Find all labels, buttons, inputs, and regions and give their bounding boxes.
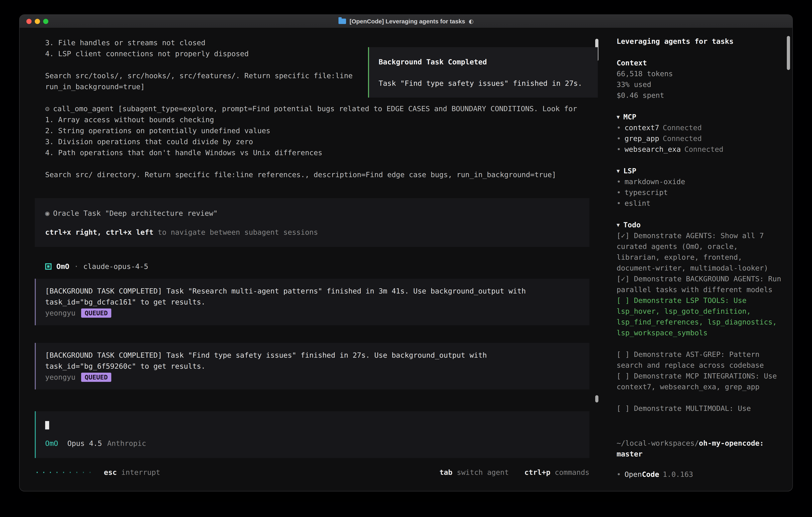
terminal-line: 3. Division operations that could divide… (45, 136, 589, 147)
bullet-icon: • (617, 134, 621, 142)
tab-key-hint: tab (439, 468, 452, 477)
window-title: [OpenCode] Leveraging agents for tasks◐ (339, 18, 474, 25)
sidebar: Leveraging agents for tasks Context 66,5… (609, 28, 792, 491)
message-author: yeongyu (45, 307, 76, 319)
commands-key-hint: ctrl+p (524, 468, 550, 477)
terminal-line: 1. Array access without bounds checking (45, 114, 589, 125)
tool-call-text: call_omo_agent [subagent_type=explore, p… (53, 105, 577, 113)
mcp-item: •websearch_exaConnected (617, 144, 783, 155)
mcp-status: Connected (684, 145, 723, 153)
prompt-input[interactable]: OmO Opus 4.5 Anthropic (35, 411, 589, 458)
mcp-list: •context7Connected•grep_appConnected•web… (617, 123, 783, 155)
chevron-down-icon: ▼ (617, 219, 620, 230)
active-agent[interactable]: OmO (45, 439, 58, 447)
lsp-name: eslint (625, 199, 650, 207)
chat-panel: 3. File handles or streams not closed4. … (20, 28, 609, 491)
context-tokens: 66,518 tokens (617, 69, 783, 79)
timer-icon: ◐ (469, 18, 473, 25)
app-version-line: •OpenCode1.0.163 (617, 469, 783, 480)
esc-key-label: interrupt (121, 468, 160, 477)
terminal-line: Search src/ directory. Return specific f… (45, 169, 589, 180)
terminal-line: 2. String operations on potentially unde… (45, 125, 589, 136)
mcp-name: grep_app (625, 134, 659, 142)
message-line-1: [BACKGROUND TASK COMPLETED] Task "Resear… (45, 285, 581, 297)
oracle-task-title-line: ◉Oracle Task "Deep architecture review" (45, 208, 580, 219)
background-task-message[interactable]: [BACKGROUND TASK COMPLETED] Task "Resear… (35, 279, 589, 325)
todo-section-toggle[interactable]: ▼Todo (617, 219, 783, 230)
close-button[interactable] (26, 19, 32, 24)
toast-body: Task "Find type safety issues" finished … (379, 78, 588, 89)
app-name-bold: Code (642, 470, 659, 479)
esc-key-hint: esc (104, 468, 117, 477)
lsp-name: markdown-oxide (625, 178, 685, 186)
todo-list: [✓] Demonstrate AGENTS: Show all 7 curat… (617, 230, 783, 414)
todo-item: [✓] Demonstrate AGENTS: Show all 7 curat… (617, 230, 783, 273)
bullet-icon: • (617, 470, 621, 479)
message-meta: yeongyu QUEUED (45, 307, 581, 319)
mcp-item: •context7Connected (617, 123, 783, 133)
context-spent: $0.46 spent (617, 90, 783, 101)
app-name-normal: Open (625, 470, 642, 479)
lsp-name: typescript (625, 188, 668, 196)
spinner-dots: ········· (35, 468, 94, 477)
todo-item: [ ] Demonstrate LSP TOOLS: Use lsp_hover… (617, 295, 783, 338)
bullet-icon: • (617, 199, 621, 207)
message-list: [BACKGROUND TASK COMPLETED] Task "Resear… (45, 279, 589, 389)
context-used: 33% used (617, 79, 783, 90)
chevron-down-icon: ▼ (617, 112, 620, 123)
workspace-path-name: oh-my-opencode: (699, 439, 764, 447)
agent-name: OmO (56, 262, 69, 271)
notification-toast[interactable]: Background Task Completed Task "Find typ… (368, 47, 598, 98)
mcp-status: Connected (663, 124, 702, 132)
todo-item: [ ] Demonstrate MCP INTEGRATIONS: Use co… (617, 371, 783, 392)
todo-item: [ ] Demonstrate AST-GREP: Pattern search… (617, 349, 783, 371)
minimize-button[interactable] (35, 19, 40, 24)
bullet-icon: • (617, 145, 621, 153)
session-title: Leveraging agents for tasks (617, 36, 783, 47)
text-cursor (45, 421, 49, 430)
lsp-item: •eslint (617, 198, 783, 209)
folder-icon (339, 19, 346, 24)
model-row: OmO Opus 4.5 Anthropic (45, 438, 581, 449)
context-heading: Context (617, 58, 783, 69)
workspace-branch: master (617, 448, 783, 459)
zoom-button[interactable] (43, 19, 48, 24)
lsp-list: •markdown-oxide•typescript•eslint (617, 176, 783, 209)
active-model[interactable]: Opus 4.5 (67, 439, 102, 447)
terminal-line: 3. File handles or streams not closed (45, 37, 589, 48)
todo-item (617, 338, 783, 349)
sidebar-scrollbar[interactable] (787, 36, 790, 70)
todo-item: [✓] Demonstrate BACKGROUND AGENTS: Run p… (617, 273, 783, 295)
gear-icon: ⚙ (45, 105, 50, 113)
todo-item: [ ] Demonstrate MULTIMODAL: Use (617, 403, 783, 414)
titlebar[interactable]: [OpenCode] Leveraging agents for tasks◐ (20, 15, 792, 28)
background-task-message[interactable]: [BACKGROUND TASK COMPLETED] Task "Find t… (35, 343, 589, 389)
context-section: Context 66,518 tokens 33% used $0.46 spe… (617, 58, 783, 101)
commands-key-label: commands (555, 468, 589, 477)
message-line-2: task_id="bg_6f59260c" to get results. (45, 361, 581, 372)
model-provider: Anthropic (107, 439, 146, 447)
todo-item (617, 392, 783, 403)
message-line-2: task_id="bg_dcfac161" to get results. (45, 297, 581, 307)
status-bar: ········· esc interrupt tab switch agent… (35, 467, 589, 478)
mcp-section: ▼MCP •context7Connected•grep_appConnecte… (617, 112, 783, 155)
lsp-heading-text: LSP (624, 166, 636, 176)
mcp-name: websearch_exa (625, 145, 681, 153)
prompt-cursor-line[interactable] (45, 419, 581, 430)
scrollbar-thumb-bottom[interactable] (595, 395, 599, 403)
bullet-icon: • (617, 124, 621, 132)
window-title-text: [OpenCode] Leveraging agents for tasks (350, 18, 465, 25)
message-meta: yeongyu QUEUED (45, 372, 581, 383)
mcp-section-toggle[interactable]: ▼MCP (617, 112, 783, 123)
todo-section: ▼Todo [✓] Demonstrate AGENTS: Show all 7… (617, 219, 783, 414)
chevron-down-icon: ▼ (617, 166, 620, 176)
message-line-1: [BACKGROUND TASK COMPLETED] Task "Find t… (45, 350, 581, 361)
mcp-name: context7 (625, 124, 659, 132)
lsp-section-toggle[interactable]: ▼LSP (617, 166, 783, 176)
mcp-heading-text: MCP (624, 112, 636, 123)
agent-header: OmO · claude-opus-4-5 (45, 261, 589, 272)
oracle-task-box[interactable]: ◉Oracle Task "Deep architecture review" … (35, 198, 589, 247)
message-author: yeongyu (45, 372, 76, 383)
hint-text: to navigate between subagent sessions (153, 228, 318, 236)
agent-model: claude-opus-4-5 (83, 262, 148, 271)
